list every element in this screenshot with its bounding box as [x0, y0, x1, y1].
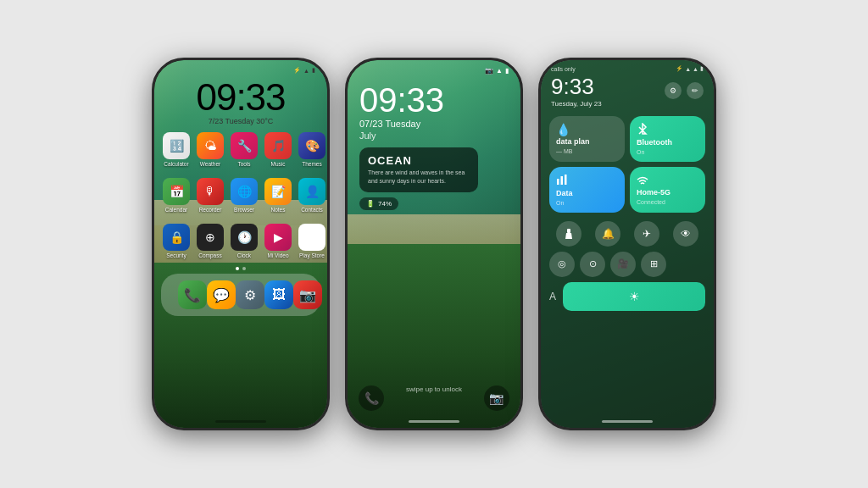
airplane-btn[interactable]: ✈ — [634, 221, 659, 247]
phone3-time: 9:33 — [551, 74, 602, 100]
brightness-slider[interactable]: ☀ — [563, 282, 705, 311]
edit-icon[interactable]: ✏ — [687, 82, 704, 99]
app-music[interactable]: 🎵 Music — [264, 132, 292, 168]
app-notes[interactable]: 📝 Notes — [264, 178, 292, 214]
music-label: Music — [271, 161, 286, 168]
data-plan-label: data plan — [556, 138, 618, 147]
video-btn[interactable]: 🎥 — [610, 252, 636, 277]
app-weather[interactable]: 🌤 Weather — [197, 132, 224, 168]
phone-2: 📷 ▲ ▮ 09:33 07/23 Tuesday July OCEAN The… — [345, 58, 523, 430]
playstore-label: Play Store — [299, 252, 325, 259]
widget-title: OCEAN — [368, 154, 470, 167]
app-playstore[interactable]: ▶ Play Store — [298, 224, 326, 259]
small-controls: 🔔 ✈ 👁 — [541, 221, 714, 247]
dock-settings-icon: ⚙ — [236, 280, 264, 309]
control-row-2: Data On Home-5G Connected — [549, 167, 705, 213]
bluetooth-tile[interactable]: Bluetooth On — [630, 116, 705, 162]
screen-btn[interactable]: ⊞ — [641, 252, 666, 277]
app-calculator[interactable]: 🔢 Calculator — [163, 132, 190, 168]
mivideo-label: Mi Video — [267, 252, 288, 259]
location-btn[interactable]: ◎ — [549, 252, 575, 277]
themes-label: Themes — [302, 161, 321, 168]
status-right-icons: ⚡ ▲ ▮ — [293, 67, 315, 74]
phone2-call-icon[interactable]: 📞 — [359, 385, 384, 411]
clock-icon: 🕐 — [231, 224, 258, 251]
bell-btn[interactable]: 🔔 — [595, 221, 620, 247]
dock-gallery-icon: 🖼 — [264, 280, 293, 309]
calendar-label: Calendar — [165, 207, 187, 214]
calculator-label: Calculator — [164, 161, 188, 168]
app-contacts[interactable]: 👤 Contacts — [298, 178, 326, 214]
app-compass[interactable]: ⊕ Compass — [197, 224, 224, 259]
phone2-time: 09:33 — [359, 81, 509, 119]
app-clock[interactable]: 🕐 Clock — [231, 224, 258, 259]
dock-gallery[interactable]: 🖼 — [264, 280, 293, 309]
dock-mi-icon: 📷 — [293, 280, 322, 309]
weather-label: Weather — [200, 161, 220, 168]
dock-settings[interactable]: ⚙ — [236, 280, 264, 309]
phone2-widget: OCEAN There are wind and waves in the se… — [359, 147, 478, 192]
page-dots — [154, 267, 327, 270]
bluetooth-tile-label: Bluetooth — [637, 139, 698, 147]
svg-rect-3 — [567, 229, 570, 233]
dock-mi[interactable]: 📷 — [293, 280, 322, 309]
phone2-wifi-icon: ▲ — [496, 67, 503, 75]
dot-1 — [236, 267, 239, 270]
flashlight-btn[interactable] — [556, 221, 581, 247]
phone1-screen: ⚡ ▲ ▮ 09:33 7/23 Tuesday 30°C 🔢 Calculat… — [154, 60, 327, 428]
dock-phone[interactable]: 📞 — [178, 280, 207, 309]
bottom-controls: ◎ ⊙ 🎥 ⊞ — [541, 252, 714, 277]
tools-icon: 🔧 — [231, 132, 258, 159]
brightness-row: A ☀ — [541, 282, 714, 311]
svg-rect-1 — [561, 176, 564, 185]
app-themes[interactable]: 🎨 Themes — [298, 132, 326, 168]
mobile-data-label: Data — [556, 190, 618, 198]
phone2-unlock-hint: swipe up to unlock — [406, 385, 462, 411]
app-calendar[interactable]: 📅 Calendar — [163, 178, 190, 214]
app-tools[interactable]: 🔧 Tools — [231, 132, 258, 168]
data-plan-tile[interactable]: 💧 data plan — MB — [549, 116, 625, 162]
phone1-time: 09:33 — [154, 79, 327, 116]
phone2-battery-icon: ▮ — [505, 67, 509, 75]
app-mivideo[interactable]: ▶ Mi Video — [264, 224, 292, 259]
notes-icon: 📝 — [264, 178, 292, 205]
phone-1: ⚡ ▲ ▮ 09:33 7/23 Tuesday 30°C 🔢 Calculat… — [152, 58, 330, 430]
dock-phone-icon: 📞 — [178, 280, 207, 309]
control-row-1: 💧 data plan — MB Bluetooth On — [549, 116, 705, 162]
phone-3: calls only ⚡ ▲ ▲ ▮ 9:33 Tuesday, July 23… — [538, 58, 716, 430]
focus-btn[interactable]: ⊙ — [580, 252, 605, 277]
phone2-month: July — [359, 130, 509, 141]
bluetooth-tile-icon — [637, 123, 648, 137]
eye-btn[interactable]: 👁 — [673, 221, 698, 247]
mobile-data-icon — [556, 174, 618, 188]
notes-label: Notes — [271, 207, 286, 214]
settings-icon[interactable]: ⚙ — [665, 82, 682, 99]
dock-messages[interactable]: 💬 — [207, 280, 236, 309]
data-plan-icon: 💧 — [556, 123, 618, 136]
app-security[interactable]: 🔒 Security — [163, 224, 190, 259]
svg-rect-2 — [565, 175, 567, 185]
phone2-cam-icon[interactable]: 📷 — [484, 385, 509, 411]
home-indicator-3 — [602, 420, 653, 423]
wifi-tile-icon — [637, 174, 698, 187]
phone3-status-left: calls only — [551, 66, 576, 72]
recorder-label: Recorder — [199, 207, 222, 214]
calculator-icon: 🔢 — [163, 132, 190, 159]
app-recorder[interactable]: 🎙 Recorder — [197, 178, 224, 214]
phone3-date: Tuesday, July 23 — [551, 100, 602, 108]
playstore-icon: ▶ — [298, 224, 326, 251]
wifi-tile[interactable]: Home-5G Connected — [630, 167, 705, 213]
home-indicator-2 — [409, 420, 459, 423]
clock-label: Clock — [237, 252, 251, 259]
battery-level: 74% — [378, 200, 392, 208]
contacts-icon: 👤 — [298, 178, 326, 205]
phone1-status-bar: ⚡ ▲ ▮ — [154, 60, 327, 75]
phone3-bt-icon: ⚡ — [676, 65, 683, 72]
battery-icon: ▮ — [312, 67, 315, 74]
mobile-data-tile[interactable]: Data On — [549, 167, 625, 213]
phone3-status-bar: calls only ⚡ ▲ ▲ ▮ — [541, 60, 714, 74]
phone3-battery-icon: ▮ — [700, 65, 704, 72]
app-browser[interactable]: 🌐 Browser — [231, 178, 258, 214]
security-label: Security — [166, 252, 186, 259]
phone3-wifi-icon2: ▲ — [693, 66, 698, 72]
